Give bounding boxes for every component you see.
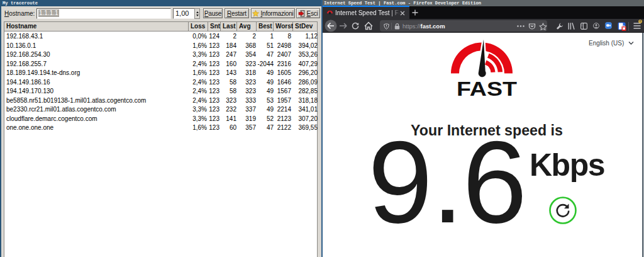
svg-text:FAST: FAST — [457, 78, 517, 100]
